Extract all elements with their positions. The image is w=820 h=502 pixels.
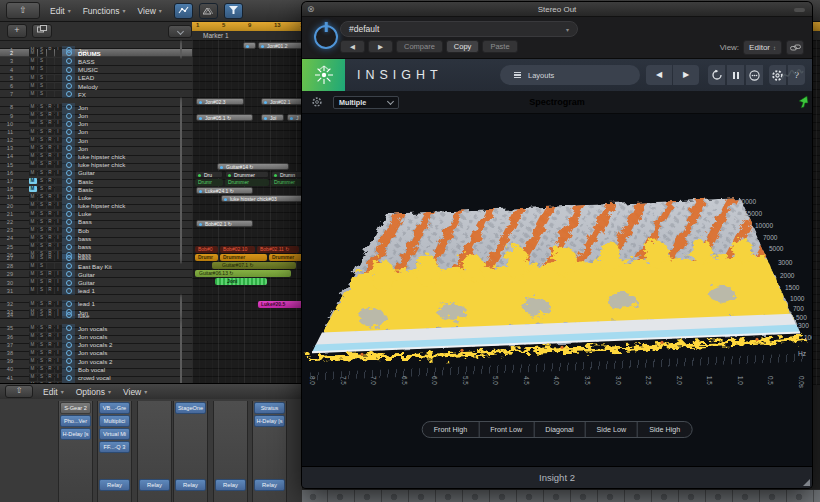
channel-strip[interactable]: S-Gear 2Pho...VerH-Delay [s — [58, 401, 93, 502]
mute-button[interactable]: M — [29, 50, 37, 57]
solo-button[interactable]: S — [38, 374, 46, 381]
record-enable-button[interactable]: R — [47, 366, 54, 373]
record-enable-button[interactable]: R — [47, 350, 54, 357]
record-enable-button[interactable]: R — [47, 178, 54, 185]
solo-button[interactable]: S — [38, 194, 46, 201]
track-power-button[interactable] — [62, 82, 75, 90]
solo-button[interactable]: S — [38, 350, 46, 357]
library-toggle-button[interactable]: ⇧ — [6, 2, 40, 19]
track-row[interactable]: 28MSEast Bay Kit — [0, 262, 192, 270]
solo-button[interactable]: S — [38, 263, 46, 270]
track-row[interactable]: 1MSRIJon — [0, 41, 192, 49]
track-power-button[interactable] — [62, 161, 75, 169]
plugin-slot-relay[interactable]: Relay — [175, 479, 206, 491]
record-enable-button[interactable]: R — [47, 219, 54, 226]
input-monitor-button[interactable]: I — [55, 358, 62, 365]
record-enable-button[interactable]: R — [47, 325, 54, 332]
mute-button[interactable]: M — [29, 219, 37, 226]
record-enable-button[interactable]: R — [47, 227, 54, 234]
solo-button[interactable]: S — [38, 301, 46, 308]
input-monitor-button[interactable]: I — [55, 235, 62, 242]
input-monitor-button[interactable]: I — [55, 287, 62, 294]
mute-button[interactable]: M — [29, 137, 37, 144]
region-chip[interactable]: Bob#02.11 ↻ — [257, 246, 299, 253]
region-chip[interactable]: Drumr — [195, 254, 218, 261]
record-enable-button[interactable]: R — [47, 120, 54, 127]
plugin-slot[interactable]: Multiplici — [99, 415, 130, 427]
input-monitor-button[interactable]: I — [55, 145, 62, 152]
minimize-icon[interactable] — [794, 8, 805, 12]
prev-layout-button[interactable]: ◀ — [646, 65, 672, 85]
record-enable-button[interactable]: R — [47, 170, 54, 177]
region-chip[interactable]: Drummer — [269, 254, 305, 261]
mute-button[interactable]: M — [29, 366, 37, 373]
record-enable-button[interactable]: R — [47, 186, 54, 193]
region-chip[interactable]: Drummer — [225, 179, 269, 186]
region-chip[interactable]: Drumr — [195, 179, 223, 186]
input-monitor-button[interactable]: I — [55, 255, 62, 262]
input-monitor-button[interactable]: I — [55, 366, 62, 373]
input-monitor-button[interactable]: I — [55, 279, 62, 286]
track-power-button[interactable] — [62, 111, 75, 119]
menu-options[interactable]: Options▾ — [70, 387, 117, 397]
mute-button[interactable]: M — [29, 83, 37, 90]
channel-strip[interactable]: Relay — [213, 401, 248, 502]
plugin-slot[interactable]: Virtual Mi — [99, 428, 130, 440]
solo-button[interactable]: S — [38, 129, 46, 136]
record-enable-button[interactable]: R — [47, 279, 54, 286]
track-power-button[interactable] — [62, 365, 75, 373]
plugin-slot[interactable]: H-Delay [s — [60, 428, 91, 440]
channel-strip[interactable]: VB...-GreMultipliciVirtual MiFF...-Q 3Re… — [97, 401, 132, 502]
view-tab-front-high[interactable]: Front High — [423, 422, 479, 437]
plugin-slot[interactable]: H-Delay [s — [254, 415, 285, 427]
input-monitor-button[interactable]: I — [55, 301, 62, 308]
region-chip[interactable]: Joni — [215, 278, 267, 285]
menu-view[interactable]: View▾ — [132, 6, 168, 16]
region-chip[interactable]: Luke#20.5 — [258, 301, 305, 308]
record-enable-button[interactable]: R — [47, 153, 54, 160]
record-enable-button[interactable]: R — [47, 145, 54, 152]
region-chip[interactable]: Luke#24.1 ↻ — [196, 187, 253, 194]
track-row[interactable]: 32MSRIlead 1 — [0, 295, 192, 303]
track-power-button[interactable] — [62, 120, 75, 128]
solo-button[interactable]: S — [38, 333, 46, 340]
region-chip[interactable]: Bob#02.10 — [220, 246, 255, 253]
solo-button[interactable]: S — [38, 137, 46, 144]
track-row[interactable]: 5MSLEAD — [0, 74, 192, 82]
region-chip[interactable]: Drummer — [225, 171, 269, 178]
record-enable-button[interactable]: R — [47, 211, 54, 218]
track-power-button[interactable] — [62, 242, 75, 250]
mute-button[interactable]: M — [29, 263, 37, 270]
solo-button[interactable]: S — [38, 58, 46, 65]
track-row[interactable]: 4MSMUSIC — [0, 66, 192, 74]
solo-button[interactable]: S — [38, 366, 46, 373]
track-row[interactable]: 31MSRIlead 1 — [0, 287, 192, 295]
mute-button[interactable]: M — [29, 202, 37, 209]
close-icon[interactable]: ⊗ — [307, 5, 315, 14]
next-layout-button[interactable]: ▶ — [673, 65, 699, 85]
record-enable-button[interactable]: R — [47, 235, 54, 242]
input-monitor-button[interactable]: I — [55, 137, 62, 144]
solo-button[interactable]: S — [38, 145, 46, 152]
solo-button[interactable]: S — [38, 50, 46, 57]
mute-button[interactable]: M — [29, 333, 37, 340]
menu-edit[interactable]: Edit▾ — [44, 6, 77, 16]
automation-icon[interactable] — [174, 3, 193, 19]
history-icon[interactable] — [708, 65, 725, 85]
region-chip[interactable]: Jon#02.3 — [196, 98, 244, 105]
mute-button[interactable]: M — [29, 129, 37, 136]
track-power-button[interactable] — [62, 373, 75, 381]
input-monitor-button[interactable]: I — [55, 112, 62, 119]
record-enable-button[interactable]: R — [47, 161, 54, 168]
record-enable-button[interactable]: R — [47, 312, 54, 319]
plugin-slot[interactable]: VB...-Gre — [99, 402, 130, 414]
record-enable-button[interactable]: R — [47, 374, 54, 381]
region-chip[interactable]: Dru — [195, 171, 223, 178]
solo-button[interactable]: S — [38, 120, 46, 127]
region-chip[interactable]: Drummer — [271, 179, 305, 186]
resize-handle[interactable] — [803, 479, 810, 486]
solo-button[interactable]: S — [38, 312, 46, 319]
solo-button[interactable]: S — [38, 104, 46, 111]
plugin-slot[interactable]: Pho...Ver — [60, 415, 91, 427]
record-enable-button[interactable]: R — [47, 104, 54, 111]
